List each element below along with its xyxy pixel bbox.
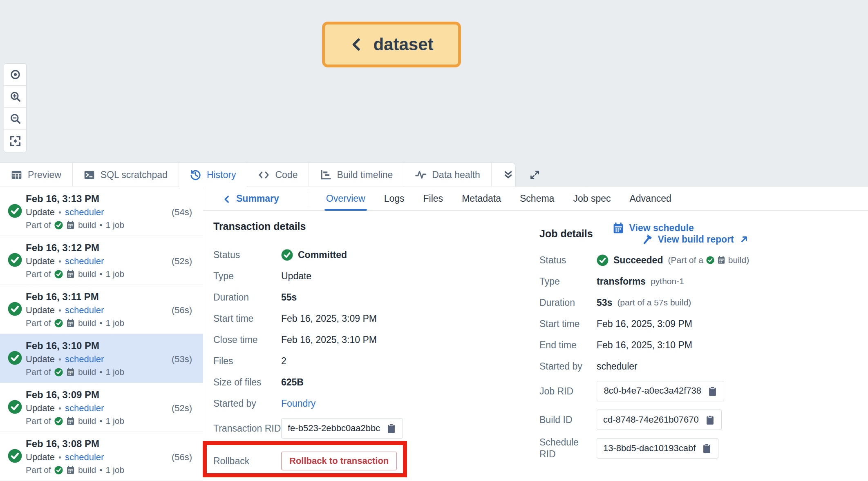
field-row-size-of-files: Size of files 625B [213,372,406,393]
tab-label: Data health [432,169,480,180]
transaction-actor-link[interactable]: scheduler [65,452,104,463]
schedule-calendar-icon [66,270,75,278]
check-circle-icon [8,400,22,414]
clipboard-icon [707,386,718,396]
rollback-to-transaction-button[interactable]: Rollback to transaction [281,452,397,470]
tab-label: Code [275,169,298,180]
tab-label: SQL scratchpad [101,169,168,180]
start-time-value: Feb 16, 2025, 3:09 PM [597,318,692,330]
transaction-build-info: Part of build • 1 job [26,318,167,328]
view-schedule-link[interactable]: View schedule [613,223,749,234]
view-build-report-link[interactable]: View build report [642,234,749,245]
locate-button[interactable] [4,64,26,86]
status-note: (Part of a build) [668,255,749,265]
transaction-time: Feb 16, 3:11 PM [26,291,167,303]
check-circle-icon [54,417,63,425]
calendar-icon [613,223,624,234]
check-circle-icon [706,256,714,264]
tab-preview[interactable]: Preview [0,163,73,187]
transaction-rid-box: fe-b523-2ebbc0aa2bbc [281,418,403,439]
build-label: build [78,465,96,475]
field-label: Rollback [213,455,281,467]
transaction-list-item[interactable]: Feb 16, 3:10 PM Update • scheduler Part … [0,334,203,383]
detail-tab-schema[interactable]: Schema [520,193,554,204]
detail-tab-logs[interactable]: Logs [384,193,405,204]
build-success-check-icon [54,319,63,327]
build-label: build [78,269,96,279]
summary-back-link[interactable]: Summary [223,193,279,204]
calendar-icon [66,417,75,425]
zoom-out-button[interactable] [4,108,26,130]
transaction-actor-link[interactable]: scheduler [65,403,104,414]
duration-note: (part of a 57s build) [617,298,691,307]
transaction-actor-link[interactable]: scheduler [65,354,104,365]
copy-job-rid-button[interactable] [707,386,718,396]
job-count: 1 job [106,269,125,279]
duration-value: 53s [597,297,612,308]
collapse-panel-button[interactable] [503,170,513,180]
transaction-build-info: Part of build • 1 job [26,416,167,426]
job-details-title: Job details [539,228,593,240]
build-success-check-icon [54,270,63,278]
tab-code[interactable]: Code [247,163,309,187]
transaction-list-item[interactable]: Feb 16, 3:09 PM Update • scheduler Part … [0,383,203,432]
dataset-tab-bar: Preview SQL scratchpad History Code Buil… [0,163,516,187]
end-time-value: Feb 16, 2025, 3:10 PM [597,340,692,351]
status-text: Succeeded [613,255,663,266]
zoom-in-button[interactable] [4,86,26,108]
field-row-start-time: Start time Feb 16, 2025, 3:09 PM [213,308,406,329]
field-row-job-rid: Job RID 8c0-b4e7-a0ec3a42f738 [539,377,866,405]
tab-strip-actions [492,163,551,187]
transaction-list-item[interactable]: Feb 16, 3:08 PM Update • scheduler Part … [0,432,203,481]
calendar-icon [717,256,725,264]
transaction-list-item[interactable]: Feb 16, 3:11 PM Update • scheduler Part … [0,285,203,334]
schedule-rid-box: 13-8bd5-dac10193cabf [597,438,718,459]
transaction-type: Update [26,256,55,267]
detail-header: Summary OverviewLogsFilesMetadataSchemaJ… [203,187,868,211]
detail-tab-job-spec[interactable]: Job spec [573,193,611,204]
tab-sql-scratchpad[interactable]: SQL scratchpad [73,163,179,187]
field-row-started-by: Started by Foundry [213,393,406,414]
job-count: 1 job [106,416,125,426]
field-label: Build ID [539,414,597,426]
arrow-top-right-icon [739,234,749,244]
transaction-list-item[interactable]: Feb 16, 3:12 PM Update • scheduler Part … [0,236,203,285]
copy-transaction-rid-button[interactable] [386,423,396,434]
fit-view-button[interactable] [4,130,26,152]
expand-panel-button[interactable] [530,170,540,180]
tab-label: Build timeline [337,169,393,180]
dataset-back-button[interactable]: dataset [322,22,461,67]
detail-tab-files[interactable]: Files [423,193,443,204]
check-circle-icon [54,368,63,376]
copy-schedule-rid-button[interactable] [702,443,712,454]
calendar-icon [66,466,75,474]
detail-tab-advanced[interactable]: Advanced [629,193,671,204]
type-value: transforms [597,276,646,287]
field-label: Started by [539,361,597,372]
detail-tab-overview[interactable]: Overview [326,193,365,204]
transaction-build-info: Part of build • 1 job [26,465,167,475]
transaction-actor-link[interactable]: scheduler [65,305,104,316]
tab-build-timeline[interactable]: Build timeline [309,163,404,187]
build-id-box: cd-8748-74e261b07670 [597,410,722,430]
check-circle-icon [281,249,293,261]
history-panel: Feb 16, 3:13 PM Update • scheduler Part … [0,187,868,481]
job-count: 1 job [106,220,125,230]
field-row-duration: Duration 55s [213,287,406,308]
tab-label: Preview [28,169,61,180]
transaction-actor-link[interactable]: scheduler [65,207,104,218]
field-row-type: Type Update [213,265,406,287]
field-label: Start time [213,313,281,325]
transaction-list-item[interactable]: Feb 16, 3:13 PM Update • scheduler Part … [0,187,203,236]
field-label: End time [539,339,597,351]
timeline-icon [320,169,331,180]
tab-data-health[interactable]: Data health [404,163,492,187]
transaction-actor-link[interactable]: scheduler [65,256,104,267]
build-label: build [78,318,96,328]
tab-history[interactable]: History [179,163,248,187]
status-check-icon [597,254,608,266]
table-icon [11,169,22,180]
started-by-link[interactable]: Foundry [281,398,315,409]
detail-tab-metadata[interactable]: Metadata [462,193,501,204]
copy-build-id-button[interactable] [705,415,715,425]
